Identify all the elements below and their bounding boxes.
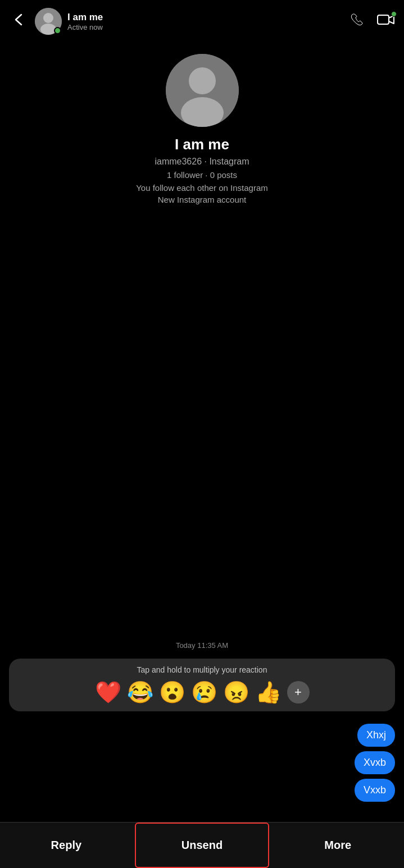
message-bubble-2[interactable]: Xvxb [355, 751, 395, 774]
reaction-wow[interactable]: 😮 [159, 680, 185, 705]
spacer [0, 210, 404, 641]
reaction-more-button[interactable]: + [287, 681, 310, 703]
reaction-angry[interactable]: 😠 [223, 680, 249, 705]
timestamp: Today 11:35 AM [0, 641, 404, 650]
more-button[interactable]: More [271, 823, 404, 868]
bottom-action-bar: Reply Unsend More [0, 822, 404, 868]
video-online-indicator [391, 11, 397, 17]
reply-button[interactable]: Reply [0, 823, 133, 868]
header-info: I am me Active now [67, 12, 350, 31]
message-bubble-3[interactable]: Vxxb [355, 779, 395, 802]
svg-point-5 [189, 67, 216, 94]
page: I am me Active now [0, 0, 404, 868]
message-bubble-1[interactable]: Xhxj [357, 724, 395, 747]
profile-follow-status: You follow each other on Instagram [136, 183, 268, 193]
reaction-thumbsup[interactable]: 👍 [255, 680, 282, 705]
message-row-2: Xvxb [9, 751, 395, 774]
profile-avatar [166, 54, 239, 127]
messages-list: Xhxj Xvxb Vxxb [0, 718, 404, 812]
svg-rect-3 [378, 15, 389, 24]
profile-username: iamme3626 · Instagram [155, 157, 249, 167]
reaction-laugh[interactable]: 😂 [127, 680, 153, 705]
profile-stats: 1 follower · 0 posts [167, 170, 237, 180]
call-button[interactable] [350, 12, 366, 31]
reaction-cry[interactable]: 😢 [191, 680, 217, 705]
reaction-picker-container: Tap and hold to multiply your reaction ❤… [0, 659, 404, 711]
svg-point-1 [43, 13, 53, 23]
online-indicator [54, 27, 61, 34]
video-call-button[interactable] [377, 12, 395, 30]
header: I am me Active now [0, 0, 404, 43]
header-actions [350, 12, 395, 31]
reaction-tooltip: Tap and hold to multiply your reaction ❤… [9, 659, 395, 711]
reaction-hint: Tap and hold to multiply your reaction [137, 665, 267, 674]
profile-name: I am me [175, 136, 229, 153]
back-button[interactable] [9, 10, 29, 34]
header-status: Active now [67, 23, 350, 31]
message-row-3: Vxxb [9, 779, 395, 802]
profile-section: I am me iamme3626 · Instagram 1 follower… [0, 43, 404, 210]
header-avatar-wrap [35, 8, 62, 35]
unsend-button[interactable]: Unsend [135, 823, 270, 868]
reaction-emojis: ❤️ 😂 😮 😢 😠 👍 + [95, 680, 310, 705]
message-row-1: Xhxj [9, 724, 395, 747]
profile-new-account: New Instagram account [158, 195, 247, 204]
reaction-heart[interactable]: ❤️ [95, 680, 121, 705]
header-username: I am me [67, 12, 350, 23]
